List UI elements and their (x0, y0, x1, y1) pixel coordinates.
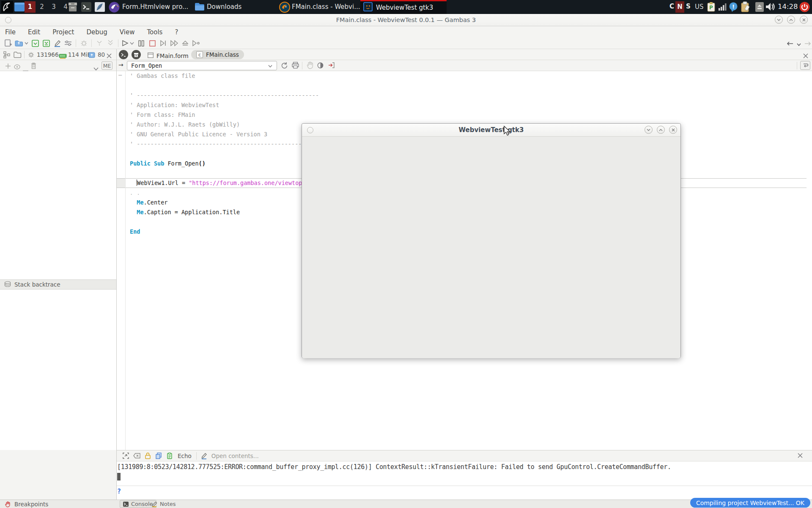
menu-file[interactable]: File (4, 28, 16, 36)
stop-button[interactable] (148, 39, 157, 48)
watch-expression-icon[interactable] (14, 63, 20, 71)
exit-editor-icon[interactable] (328, 62, 335, 70)
archive-toggle-button[interactable] (132, 50, 141, 59)
tab-fmain-form[interactable]: FMain.form (148, 52, 189, 60)
properties-button[interactable] (63, 39, 73, 48)
compile-button[interactable] (95, 39, 104, 48)
pause-button[interactable] (137, 39, 146, 48)
tab-fmain-class-active[interactable]: c FMain.class (191, 50, 244, 59)
run-until-button[interactable] (192, 39, 201, 48)
clear-console-icon[interactable] (132, 451, 141, 461)
taskbar: 1234 Form.Htmlview pro... Downloads FMai… (0, 0, 812, 14)
procedure-combo[interactable]: Form_Open (127, 61, 277, 70)
panel-divider[interactable] (116, 49, 117, 500)
detach-console-icon[interactable] (121, 451, 130, 461)
edit-contents-icon[interactable] (200, 451, 209, 461)
window-titlebar: FMain.class - WebviewTest 0.0.1 — Gambas… (0, 14, 812, 26)
pager-icon[interactable] (14, 3, 25, 13)
tray-clock[interactable]: 14:28 (778, 3, 798, 11)
wrap-toggle-button[interactable] (800, 61, 810, 70)
gambas-ide-icon[interactable] (279, 2, 290, 14)
back-button[interactable] (787, 40, 793, 48)
workspace-3[interactable]: 3 (48, 1, 59, 13)
menu-edit[interactable]: Edit (27, 28, 41, 36)
window-close-button[interactable] (800, 16, 808, 24)
console-output[interactable]: [131989:8:0523/142812.777525:ERROR:comma… (117, 461, 812, 486)
tray-clipboard-icon[interactable] (741, 2, 750, 14)
copy-console-icon[interactable] (154, 451, 163, 461)
forward-button[interactable] (804, 40, 811, 48)
webviewtest-close-button[interactable] (669, 126, 677, 134)
me-button[interactable]: ME (102, 61, 112, 70)
tray-network-icon[interactable] (718, 3, 727, 12)
tray-clipboard-manager-icon[interactable]: P (707, 2, 715, 14)
menu-view[interactable]: View (119, 28, 136, 36)
refresh-icon[interactable] (281, 62, 288, 71)
archive-app-icon[interactable] (68, 2, 78, 14)
kill-process-icon[interactable] (107, 52, 112, 60)
menubar: FileEditProjectDebugViewTools? (0, 26, 812, 38)
menu-debug[interactable]: Debug (86, 28, 108, 36)
project-tree-icon[interactable] (3, 51, 11, 60)
edit-button[interactable] (52, 39, 62, 48)
close-tab-icon[interactable] (803, 52, 808, 60)
history-dropdown-icon[interactable] (797, 40, 801, 48)
falkon-browser-icon[interactable] (109, 2, 120, 14)
add-watch-icon[interactable] (5, 63, 11, 71)
tray-volume-icon[interactable] (765, 3, 775, 13)
lock-console-icon[interactable] (143, 451, 152, 461)
window-maximize-button[interactable] (787, 16, 795, 24)
webviewtest-titlebar[interactable]: WebviewTest gtk3 (302, 124, 680, 137)
editor-app-icon[interactable] (95, 2, 105, 14)
wm-menu-icon[interactable] (1, 1, 13, 14)
pause-hand-icon[interactable] (307, 61, 313, 71)
make-executable-button[interactable] (79, 39, 88, 48)
webviewtest-shade-button[interactable] (645, 126, 653, 134)
notes-tab[interactable]: Notes (149, 500, 179, 508)
task-htmlview-label[interactable]: Form.Htmlview pro... (122, 3, 188, 11)
task-downloads-label[interactable]: Downloads (207, 3, 241, 11)
menu-help[interactable]: ? (174, 28, 179, 36)
window-shade-button[interactable] (775, 16, 783, 24)
print-icon[interactable] (292, 62, 299, 70)
workspace-1[interactable]: 1 (25, 1, 36, 13)
workspace-2[interactable]: 2 (36, 1, 47, 13)
open-contents-label[interactable]: Open contents... (211, 453, 259, 459)
history-nav (787, 40, 811, 48)
menu-project[interactable]: Project (52, 28, 75, 36)
open-folder-icon[interactable] (14, 51, 21, 60)
open-project-button[interactable] (14, 39, 29, 48)
step-button[interactable] (159, 39, 168, 48)
console-error-line: [131989:8:0523/142812.777525:ERROR:comma… (117, 461, 812, 472)
breakpoints-label[interactable]: Breakpoints (14, 501, 48, 508)
echo-label[interactable]: Echo (178, 453, 192, 459)
webviewtest-window[interactable]: WebviewTest gtk3 (302, 123, 681, 358)
tray-eject-icon[interactable] (755, 2, 764, 14)
process-gear-icon (28, 52, 34, 60)
task-webviewtest-active[interactable]: WebviewTest gtk3 (360, 0, 447, 14)
window-menu-button[interactable] (5, 17, 11, 23)
new-file-button[interactable] (3, 39, 13, 48)
close-console-icon[interactable] (798, 452, 803, 460)
stack-backtrace-header[interactable]: Stack backtrace (0, 279, 116, 290)
console-toggle-button[interactable] (119, 50, 128, 59)
webviewtest-maximize-button[interactable] (657, 126, 665, 134)
step-over-button[interactable] (170, 39, 179, 48)
delete-watches-icon[interactable] (31, 62, 36, 71)
task-ide-label[interactable]: FMain.class - Webvi... (292, 3, 360, 11)
menu-tools[interactable]: Tools (146, 28, 163, 36)
tray-notification-icon[interactable]: ! (729, 2, 738, 14)
webviewtest-menu-button[interactable] (307, 127, 313, 133)
save-all-button[interactable] (41, 39, 51, 48)
paste-console-icon[interactable] (165, 451, 174, 461)
tray-power-icon[interactable] (799, 2, 810, 14)
terminal-app-icon[interactable] (81, 2, 91, 14)
finish-button[interactable] (181, 39, 190, 48)
highlight-icon[interactable] (317, 62, 324, 70)
save-button[interactable] (30, 39, 40, 48)
fold-marker[interactable]: − (118, 72, 123, 78)
run-button[interactable] (121, 39, 135, 48)
tray-keyboard-layout[interactable]: US (695, 3, 704, 11)
compile-all-button[interactable] (106, 39, 115, 48)
downloads-folder-icon[interactable] (195, 2, 205, 13)
